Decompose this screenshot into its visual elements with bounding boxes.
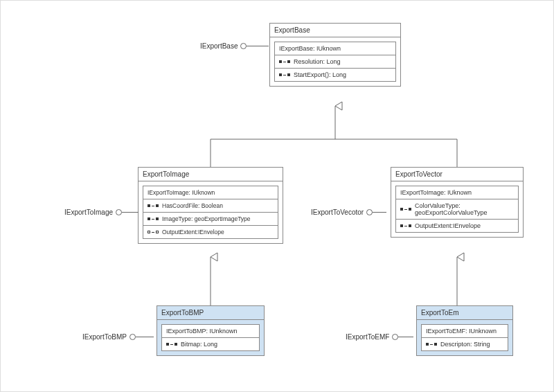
class-body: IExportToImage: IUknown ColorValueType: … xyxy=(395,186,519,233)
property-icon xyxy=(400,224,411,227)
property-icon xyxy=(426,343,437,346)
class-title: ExportToBMP xyxy=(157,306,264,320)
class-header: IExportToBMP: IUnknown xyxy=(162,325,259,338)
class-title: ExportToVector xyxy=(391,168,523,181)
lollipop-stem xyxy=(136,337,154,337)
property-icon xyxy=(166,343,177,346)
lollipop-icon xyxy=(392,334,398,340)
member-text: Descripton: String xyxy=(440,341,490,348)
member-text: ColorValueType: geoExportColorValueType xyxy=(415,202,514,216)
property-icon xyxy=(279,73,290,76)
member-text: OutputExtent:IEnvelope xyxy=(162,229,224,235)
lollipop-stem xyxy=(398,337,413,337)
class-member: StartExport(): Long xyxy=(275,69,395,81)
property-icon xyxy=(148,217,159,220)
diagram-canvas: ExportBase IExportBase: IUknown Resoluti… xyxy=(0,0,554,392)
lollipop-icon xyxy=(366,209,373,215)
lollipop-icon xyxy=(129,334,136,340)
property-icon xyxy=(400,208,411,211)
class-exporttovector[interactable]: ExportToVector IExportToImage: IUknown C… xyxy=(391,167,524,238)
class-member: Descripton: String xyxy=(422,338,508,350)
class-header: IExportToImage: IUknown xyxy=(143,186,278,199)
class-member: HasCoordFile: Boolean xyxy=(143,199,278,213)
class-body: IExportBase: IUknown Resolution: Long St… xyxy=(274,42,396,82)
interface-lollipop-exportbase: IExportBase xyxy=(200,42,269,50)
interface-label: IExportToVecotor xyxy=(311,208,364,216)
interface-lollipop-exporttoemf: IExportToEMF xyxy=(346,333,413,341)
class-header: IExportBase: IUknown xyxy=(275,42,395,55)
class-title: ExportToEm xyxy=(417,306,512,320)
class-body: IExportToBMP: IUnknown Bitmap: Long xyxy=(161,324,260,351)
class-member: Resolution: Long xyxy=(275,55,395,69)
member-text: OutputExtent:IEnvelope xyxy=(415,222,481,229)
interface-label: IExportToImage xyxy=(64,208,113,216)
class-member: OutputExtent:IEnvelope xyxy=(143,226,278,238)
class-header: IExportToImage: IUknown xyxy=(396,186,518,199)
interface-lollipop-exporttoimage: IExportToImage xyxy=(64,208,138,216)
member-text: StartExport(): Long xyxy=(294,71,346,78)
member-text: HasCoordFile: Boolean xyxy=(162,202,223,209)
interface-lollipop-exporttovector: IExportToVecotor xyxy=(311,208,386,216)
interface-lollipop-exporttobmp: IExportToBMP xyxy=(82,333,154,341)
class-exportbase[interactable]: ExportBase IExportBase: IUknown Resoluti… xyxy=(269,23,401,87)
class-exporttoem[interactable]: ExportToEm IExportToEMF: IUnknown Descri… xyxy=(416,305,513,356)
class-body: IExportToImage: IUknown HasCoordFile: Bo… xyxy=(143,186,278,239)
property-open-icon xyxy=(148,231,159,233)
lollipop-stem xyxy=(122,212,138,213)
interface-label: IExportToEMF xyxy=(346,333,389,341)
member-text: Resolution: Long xyxy=(294,58,341,65)
class-member: ColorValueType: geoExportColorValueType xyxy=(396,199,518,220)
interface-label: IExportToBMP xyxy=(82,333,127,341)
class-body: IExportToEMF: IUnknown Descripton: Strin… xyxy=(421,324,508,351)
lollipop-stem xyxy=(373,212,386,213)
member-text: ImageType: geoExportImageType xyxy=(162,215,251,222)
lollipop-icon xyxy=(116,209,122,215)
interface-label: IExportBase xyxy=(200,42,238,50)
property-icon xyxy=(279,60,290,63)
class-member: OutputExtent:IEnvelope xyxy=(396,220,518,232)
class-member: ImageType: geoExportImageType xyxy=(143,213,278,226)
lollipop-icon xyxy=(240,43,247,49)
lollipop-stem xyxy=(247,46,269,46)
member-text: Bitmap: Long xyxy=(181,341,217,348)
class-exporttobmp[interactable]: ExportToBMP IExportToBMP: IUnknown Bitma… xyxy=(157,305,265,356)
class-title: ExportBase xyxy=(270,24,400,37)
class-member: Bitmap: Long xyxy=(162,338,259,350)
class-title: ExportToImage xyxy=(138,168,283,181)
property-icon xyxy=(148,204,159,207)
class-exporttoimage[interactable]: ExportToImage IExportToImage: IUknown Ha… xyxy=(138,167,283,244)
class-header: IExportToEMF: IUnknown xyxy=(422,325,508,338)
